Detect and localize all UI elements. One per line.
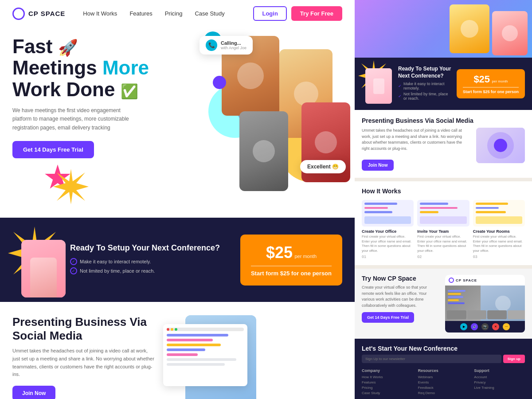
hero-title: Fast 🚀 Meetings More Work Done ✅ [12, 36, 163, 100]
step-1-name: Create Your Office [362, 229, 414, 234]
how-steps: Create Your Office First create your vir… [362, 200, 525, 259]
step-3-name: Create Your Rooms [473, 229, 525, 234]
browser-lines [167, 334, 244, 366]
footer-support-item-1[interactable]: Account [474, 375, 525, 379]
social-title: Presenting Business Via Social Media [12, 315, 154, 343]
footer-resources-item-1[interactable]: Webinars [418, 375, 469, 379]
hero-more: More [102, 57, 149, 78]
step-2-num: 02 [417, 254, 469, 259]
footer-company-item-3[interactable]: Pricing [362, 386, 413, 390]
right-presenting-img [476, 128, 525, 163]
volume-control[interactable]: 🔊 [471, 323, 478, 330]
footer-company-item-2[interactable]: Features [362, 380, 413, 384]
footer-title: Let's Start Your New Conference [362, 345, 525, 352]
right-check-2: ✓ Not limited by time, place or reach. [398, 92, 451, 101]
hero-text: Fast 🚀 Meetings More Work Done ✅ We have… [12, 36, 163, 158]
nav-case-study[interactable]: Case Study [195, 10, 224, 17]
right-card-title: Ready To Setup Your Next Conference? [398, 66, 451, 79]
footer-resources-title: Resources [418, 368, 469, 373]
step-1-desc: First create your virtual office. Enter … [362, 235, 414, 253]
logo[interactable]: CP SPACE [12, 8, 65, 20]
social-browser [163, 324, 247, 386]
signup-button[interactable]: Sign up [503, 355, 525, 363]
right-person-area [362, 64, 393, 104]
footer-resources-item-4[interactable]: Req Demo [418, 391, 469, 395]
step-3: Create Your Rooms First create your virt… [473, 200, 525, 259]
social-desc: Ummet takes the headaches out of joining… [12, 347, 154, 378]
end-call-control[interactable]: ✕ [492, 323, 499, 330]
hero-images: 📞 Calling... with Angel Joe Excellent 😁 [173, 27, 355, 209]
footer-columns: Company How It Works Features Pricing Ca… [362, 368, 525, 396]
join-now-button[interactable]: Join Now [12, 386, 55, 399]
footer-support-item-3[interactable]: Live Training [474, 386, 525, 390]
footer-company-item-4[interactable]: Case Study [362, 391, 413, 395]
right-presenting-row: Ummet takes the headaches out of joining… [362, 128, 525, 171]
social-section: Presenting Business Via Social Media Umm… [0, 302, 355, 399]
video-top-bar: CP SPACE [445, 275, 525, 286]
right-price-start: Start form $25 for one person [463, 90, 519, 94]
banner-check-2: ✓ Not limited by time, place or reach. [70, 267, 231, 274]
try-title: Try Now CP Space [362, 275, 440, 282]
calling-phone-icon: 📞 [206, 39, 217, 51]
try-cta-button[interactable]: Get 14 Days Free Trial [362, 312, 414, 323]
price-start: Start form $25 for one person [251, 270, 332, 277]
footer-company: Company How It Works Features Pricing Ca… [362, 368, 413, 396]
dark-banner: Ready To Setup Your Next Conference? ✓ M… [0, 218, 355, 302]
try-free-button[interactable]: Try For Free [291, 6, 342, 21]
footer-newsletter: Sign up [362, 355, 525, 363]
step-3-num: 03 [473, 254, 525, 259]
logo-icon [12, 8, 25, 20]
newsletter-input[interactable] [362, 355, 501, 363]
nav-links: How It Works Features Pricing Case Study [83, 10, 253, 17]
right-join-button[interactable]: Join Now [362, 160, 394, 171]
footer-company-item-1[interactable]: How It Works [362, 375, 413, 379]
banner-person [21, 240, 66, 297]
step-2-desc: First create your virtual office. Enter … [417, 235, 469, 253]
right-how-it-works: How It Works Create Your Office First cr… [355, 178, 532, 265]
hero-section: Fast 🚀 Meetings More Work Done ✅ We have… [0, 27, 355, 218]
check-icon-1: ✓ [70, 258, 77, 265]
step-2-name: Invite Your Team [417, 229, 469, 234]
footer-resources-item-3[interactable]: Feedback [418, 386, 469, 390]
extra-control[interactable]: ⋯ [503, 323, 510, 330]
social-text: Presenting Business Via Social Media Umm… [12, 315, 154, 399]
video-preview: CP SPACE [445, 275, 525, 332]
right-panel: Ready To Setup Your Next Conference? ✓ M… [355, 0, 532, 399]
banner-check-1: ✓ Make it easy to interact remotely. [70, 258, 231, 265]
play-control[interactable]: ▶ [460, 323, 467, 330]
price-amount: $25 per month [251, 243, 332, 262]
hero-subtitle: We have meetings the first video engagem… [12, 106, 137, 132]
footer-resources-item-2[interactable]: Events [418, 380, 469, 384]
right-price-box: $25 per month Start form $25 for one per… [457, 69, 525, 98]
banner-person-area [12, 231, 61, 289]
price-box: $25 per month Start form $25 for one per… [240, 235, 342, 286]
try-desc: Create your virtual office so that your … [362, 285, 440, 309]
video-logo-icon [449, 278, 454, 283]
right-presenting: Presenting Business Via Social Media Umm… [355, 110, 532, 178]
right-conference-card: Ready To Setup Your Next Conference? ✓ M… [355, 58, 532, 110]
step-3-img [473, 200, 525, 227]
starburst-yellow [53, 169, 89, 204]
step-1: Create Your Office First create your vir… [362, 200, 414, 259]
trial-button[interactable]: Get 14 Days Free Trial [12, 141, 94, 158]
hero-line1: Fast 🚀 [12, 36, 163, 57]
nav-features[interactable]: Features [129, 10, 152, 17]
step-3-desc: First create your virtual office. Enter … [473, 235, 525, 253]
nav-actions: Login Try For Free [253, 6, 342, 21]
right-check-1: ✓ Make it easy to interact remotely. [398, 82, 451, 90]
video-control[interactable]: 📷 [481, 323, 489, 330]
right-presenting-desc: Ummet takes the headaches out of joining… [362, 128, 471, 152]
excellent-bubble: Excellent 😁 [300, 160, 346, 173]
nav-how-it-works[interactable]: How It Works [83, 10, 117, 17]
login-button[interactable]: Login [253, 6, 286, 21]
social-person [168, 315, 256, 399]
hero-line3: Work Done ✅ [12, 79, 163, 100]
browser-bar [167, 328, 244, 331]
step-2-img [417, 200, 469, 227]
footer-support-item-2[interactable]: Privacy [474, 380, 525, 384]
banner-title: Ready To Setup Your Next Conference? [70, 243, 231, 253]
how-title: How It Works [362, 188, 525, 195]
nav-pricing[interactable]: Pricing [165, 10, 183, 17]
right-presenting-title: Presenting Business Via Social Media [362, 117, 525, 124]
step-2: Invite Your Team First create your virtu… [417, 200, 469, 259]
